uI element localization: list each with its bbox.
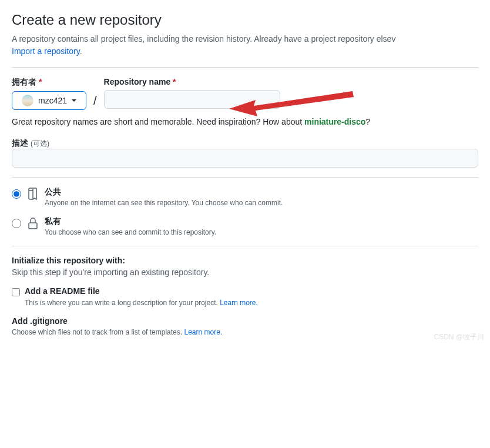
svg-rect-0	[29, 223, 37, 229]
gitignore-heading: Add .gitignore	[12, 316, 478, 326]
public-desc: Anyone on the internet can see this repo…	[45, 199, 478, 207]
description-input[interactable]	[12, 149, 478, 168]
slash-separator: /	[91, 94, 99, 108]
initialize-heading: Initialize this repository with:	[12, 256, 478, 265]
page-title: Create a new repository	[12, 12, 478, 28]
watermark: CSDN @牧子川	[434, 332, 484, 342]
readme-label: Add a README file	[25, 286, 100, 296]
repo-icon	[26, 187, 40, 201]
divider	[12, 67, 478, 68]
owner-select-button[interactable]: mzc421	[12, 91, 86, 110]
name-hint: Great repository names are short and mem…	[12, 117, 478, 126]
repo-name-label: Repository name *	[104, 77, 280, 86]
owner-label: 拥有者 *	[12, 77, 86, 88]
public-title: 公共	[45, 187, 478, 198]
chevron-down-icon	[72, 99, 76, 102]
import-repository-link[interactable]: Import a repository	[12, 46, 80, 56]
readme-learn-more-link[interactable]: Learn more.	[220, 299, 258, 307]
gitignore-learn-more-link[interactable]: Learn more.	[184, 328, 222, 336]
avatar	[22, 95, 33, 106]
readme-desc: This is where you can write a long descr…	[25, 299, 478, 307]
lock-icon	[26, 216, 40, 230]
gitignore-desc: Choose which files not to track from a l…	[12, 328, 478, 336]
visibility-private-radio[interactable]	[12, 219, 21, 228]
visibility-public-radio[interactable]	[12, 189, 21, 199]
readme-checkbox[interactable]	[12, 288, 20, 296]
repo-name-input[interactable]	[104, 90, 280, 109]
private-desc: You choose who can see and commit to thi…	[45, 228, 478, 236]
page-subtitle: A repository contains all project files,…	[12, 33, 478, 58]
divider	[12, 177, 478, 178]
initialize-sub: Skip this step if you're importing an ex…	[12, 268, 478, 277]
name-suggestion[interactable]: miniature-disco	[304, 117, 365, 126]
divider	[12, 246, 478, 246]
description-label: 描述 (可选)	[12, 138, 49, 148]
private-title: 私有	[45, 216, 478, 227]
